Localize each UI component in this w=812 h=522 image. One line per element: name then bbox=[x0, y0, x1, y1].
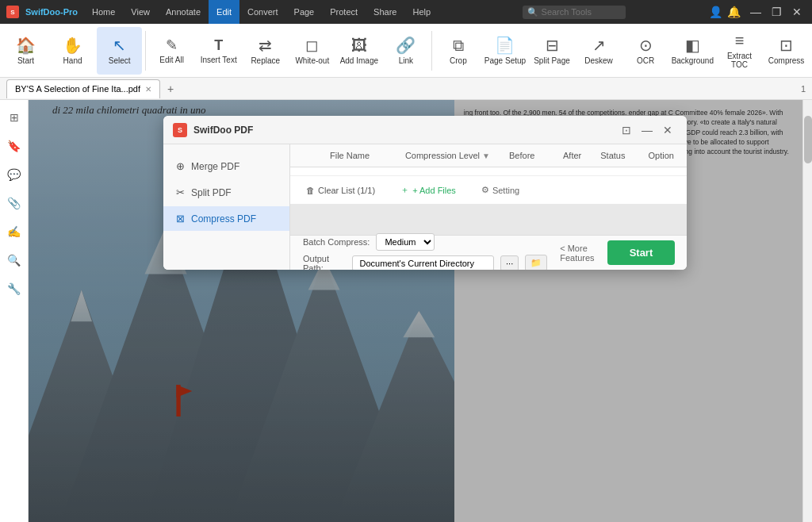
tool-addimage[interactable]: 🖼 Add Image bbox=[336, 27, 381, 75]
add-icon: ＋ bbox=[400, 184, 409, 196]
col-before: Before bbox=[500, 144, 553, 167]
tool-deskew[interactable]: ↗ Deskew bbox=[576, 27, 622, 75]
search-icon: 🔍 bbox=[527, 7, 538, 17]
bell-icon[interactable]: 🔔 bbox=[727, 6, 741, 18]
compress-table: File Name Compression Level ▼ Before Aft… bbox=[290, 144, 687, 175]
link-icon: 🔗 bbox=[396, 36, 416, 55]
modal-restore-button[interactable]: ⊡ bbox=[617, 121, 636, 140]
nav-view[interactable]: View bbox=[123, 0, 158, 24]
tool-link[interactable]: 🔗 Link bbox=[383, 27, 428, 75]
search-box[interactable]: 🔍 bbox=[523, 6, 626, 19]
nav-item-split[interactable]: ✂ Split PDF bbox=[163, 180, 289, 205]
sidebar-icon-thumbnails[interactable]: ⊞ bbox=[3, 106, 25, 129]
title-bar-icons: 👤 🔔 bbox=[709, 6, 741, 18]
nav-help[interactable]: Help bbox=[404, 0, 439, 24]
compress-modal: S SwifDoo PDF ⊡ — ✕ ⊕ Merge PDF bbox=[163, 116, 687, 270]
modal-close-button[interactable]: ✕ bbox=[658, 121, 677, 140]
modal-logo: S bbox=[173, 123, 187, 137]
main-area: ⊞ 🔖 💬 📎 ✍ 🔍 🔧 bbox=[0, 100, 812, 522]
row-after bbox=[553, 167, 591, 176]
sidebar-icon-attachments[interactable]: 📎 bbox=[3, 192, 25, 214]
tool-extracttoc[interactable]: ≡ Extract TOC bbox=[717, 27, 762, 75]
sidebar-icon-signatures[interactable]: ✍ bbox=[3, 221, 25, 243]
nav-edit[interactable]: Edit bbox=[209, 0, 239, 24]
nav-item-merge[interactable]: ⊕ Merge PDF bbox=[163, 154, 289, 178]
editall-icon: ✎ bbox=[166, 36, 178, 54]
add-files-button[interactable]: ＋ + Add Files bbox=[394, 181, 462, 199]
sidebar-icon-bookmarks[interactable]: 🔖 bbox=[3, 135, 25, 157]
tool-splitpage[interactable]: ⊟ Split Page bbox=[529, 27, 574, 75]
row-filename: BY'S A Selection o... bbox=[320, 167, 396, 176]
window-controls: — ❐ ✕ bbox=[747, 3, 806, 21]
maximize-button[interactable]: ❐ bbox=[768, 3, 785, 21]
nav-home[interactable]: Home bbox=[84, 0, 123, 24]
nav-share[interactable]: Share bbox=[366, 0, 404, 24]
batch-compress-select[interactable]: Medium bbox=[376, 233, 435, 251]
tool-hand[interactable]: ✋ Hand bbox=[50, 27, 95, 75]
more-features-link[interactable]: < More Features bbox=[560, 244, 594, 263]
setting-button[interactable]: ⚙ Setting bbox=[475, 182, 526, 198]
search-input[interactable] bbox=[542, 7, 621, 17]
setting-icon: ⚙ bbox=[481, 185, 489, 195]
minimize-button[interactable]: — bbox=[747, 3, 764, 21]
row-status: Waiting bbox=[591, 167, 638, 176]
col-checkbox bbox=[290, 144, 320, 167]
modal-minimize-button[interactable]: — bbox=[638, 121, 657, 140]
bottom-options: Batch Compress: Medium Output Path: ··· bbox=[303, 233, 547, 271]
tab-document[interactable]: BY'S A Selection of Fine Ita...pdf ✕ bbox=[6, 79, 160, 98]
user-icon[interactable]: 👤 bbox=[709, 6, 722, 18]
nav-menu: Home View Annotate Edit Convert Page Pro… bbox=[84, 0, 439, 24]
tool-pagesetup[interactable]: 📄 Page Setup bbox=[482, 27, 527, 75]
inserttext-icon: T bbox=[214, 37, 223, 54]
separator-1 bbox=[145, 31, 146, 71]
tool-replace[interactable]: ⇄ Replace bbox=[243, 27, 288, 75]
clear-list-button[interactable]: 🗑 Clear List (1/1) bbox=[300, 182, 381, 198]
tool-inserttext[interactable]: T Insert Text bbox=[196, 27, 241, 75]
close-button[interactable]: ✕ bbox=[788, 3, 806, 21]
splitpage-icon: ⊟ bbox=[546, 36, 559, 55]
scrollbar-thumb[interactable] bbox=[804, 116, 812, 163]
output-path-input[interactable] bbox=[352, 255, 494, 271]
tool-editall[interactable]: ✎ Edit All bbox=[149, 27, 194, 75]
tool-select[interactable]: ↖ Select bbox=[97, 27, 142, 75]
background-icon: ◧ bbox=[685, 36, 700, 55]
modal-body: ⊕ Merge PDF ✂ Split PDF ⊠ Compress PDF bbox=[163, 144, 687, 270]
nav-convert[interactable]: Convert bbox=[239, 0, 286, 24]
nav-protect[interactable]: Protect bbox=[322, 0, 366, 24]
start-icon: 🏠 bbox=[16, 36, 36, 55]
right-scrollbar[interactable] bbox=[802, 100, 812, 522]
tab-add-button[interactable]: + bbox=[162, 80, 179, 98]
output-path-dots-button[interactable]: ··· bbox=[500, 255, 519, 271]
start-button[interactable]: Start bbox=[607, 240, 676, 265]
merge-icon: ⊕ bbox=[176, 160, 185, 172]
tool-compress[interactable]: ⊡ Compress bbox=[764, 27, 809, 75]
col-status: Status bbox=[591, 144, 638, 167]
modal-bottom-bar: Batch Compress: Medium Output Path: ··· bbox=[290, 235, 687, 270]
row-checkbox-cell bbox=[290, 167, 320, 176]
bottom-right: < More Features Start bbox=[560, 240, 675, 265]
tab-close-icon[interactable]: ✕ bbox=[145, 85, 151, 94]
tool-background[interactable]: ◧ Background bbox=[670, 27, 715, 75]
nav-annotate[interactable]: Annotate bbox=[158, 0, 209, 24]
tool-ocr[interactable]: ⊙ OCR bbox=[623, 27, 668, 75]
pagesetup-icon: 📄 bbox=[495, 36, 515, 55]
tool-whiteout[interactable]: ◻ White-out bbox=[289, 27, 335, 75]
tool-start[interactable]: 🏠 Start bbox=[3, 27, 48, 75]
tool-crop[interactable]: ⧉ Crop bbox=[435, 27, 481, 75]
output-path-folder-button[interactable]: 📁 bbox=[525, 255, 547, 270]
select-icon: ↖ bbox=[113, 36, 126, 55]
sidebar-icon-tools[interactable]: 🔧 bbox=[3, 278, 25, 300]
sidebar-icon-comments[interactable]: 💬 bbox=[3, 163, 25, 186]
col-level: Compression Level ▼ bbox=[396, 144, 500, 167]
split-icon: ✂ bbox=[176, 186, 185, 198]
sidebar-icon-search[interactable]: 🔍 bbox=[3, 249, 25, 271]
output-path-row: Output Path: ··· 📁 bbox=[303, 254, 547, 271]
whiteout-icon: ◻ bbox=[305, 36, 319, 55]
table-actions: 🗑 Clear List (1/1) ＋ + Add Files ⚙ Setti… bbox=[290, 175, 687, 204]
nav-item-compress[interactable]: ⊠ Compress PDF bbox=[163, 206, 289, 231]
modal-title-controls: ⊡ — ✕ bbox=[617, 121, 677, 140]
tab-label: BY'S A Selection of Fine Ita...pdf bbox=[15, 84, 140, 94]
page-number: 1 bbox=[801, 84, 806, 94]
modal-nav: ⊕ Merge PDF ✂ Split PDF ⊠ Compress PDF bbox=[163, 144, 290, 270]
nav-page[interactable]: Page bbox=[286, 0, 323, 24]
